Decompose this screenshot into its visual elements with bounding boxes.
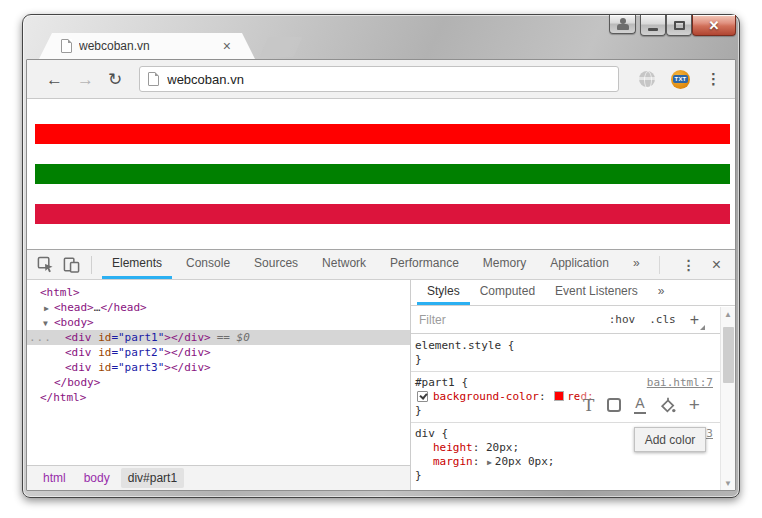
dom-row-html[interactable]: <html> — [27, 285, 410, 300]
dom-row-part3[interactable]: <div id="part3"></div> — [27, 360, 410, 375]
maximize-button[interactable] — [666, 15, 692, 36]
dom-tree: <html> ▶ <head>…</head> ▼ <body> — [27, 280, 410, 465]
expanded-arrow-icon[interactable]: ▼ — [43, 316, 48, 331]
source-link[interactable]: bai.html:7 — [647, 376, 713, 390]
property-name[interactable]: margin — [433, 455, 473, 468]
styles-scrollbar[interactable]: ▲ ▼ — [720, 307, 735, 490]
dom-row-part1-selected[interactable]: ... <div id="part1"></div>== $0 — [27, 330, 410, 345]
scrollbar-thumb[interactable] — [723, 327, 734, 383]
guide-dots: ... — [29, 330, 52, 345]
property-value[interactable]: 20px; — [486, 441, 519, 454]
tab-close-button[interactable]: × — [221, 39, 233, 53]
color-swatch[interactable] — [554, 391, 564, 401]
globe-icon[interactable] — [639, 71, 655, 87]
tab-overflow[interactable]: » — [623, 250, 650, 279]
page-div-part1 — [35, 124, 730, 144]
tab-performance[interactable]: Performance — [380, 250, 469, 279]
class-toggle[interactable]: .cls — [649, 313, 676, 326]
rectangle-tool-icon[interactable] — [607, 398, 621, 412]
browser-menu-button[interactable]: ⋮ — [698, 70, 725, 88]
person-icon — [616, 18, 630, 30]
tab-sources[interactable]: Sources — [244, 250, 308, 279]
fill-color-icon[interactable] — [659, 397, 676, 414]
tab-application[interactable]: Application — [540, 250, 619, 279]
property-checkbox[interactable] — [417, 391, 428, 402]
property-value[interactable]: 20px 0px; — [495, 455, 555, 468]
extension-badge: TXT — [673, 75, 689, 83]
breadcrumb-div-part1[interactable]: div#part1 — [121, 468, 184, 488]
dom-row-body[interactable]: ▼ <body> — [27, 315, 410, 330]
add-color-tooltip: Add color — [634, 427, 706, 452]
devtools-toolbar: Elements Console Sources Network Perform… — [27, 250, 735, 280]
colon: : — [473, 455, 480, 468]
property-name[interactable]: height — [433, 441, 473, 454]
browser-tab[interactable]: webcoban.vn × — [39, 33, 255, 59]
rule-selector[interactable]: #part1 — [415, 376, 455, 389]
brace: } — [415, 353, 422, 366]
rule-selector[interactable]: div — [415, 427, 435, 440]
tab-elements[interactable]: Elements — [102, 250, 172, 279]
tab-event-listeners[interactable]: Event Listeners — [545, 280, 648, 305]
text-color-icon[interactable]: A — [634, 396, 645, 413]
devtools-close-button[interactable]: × — [708, 256, 735, 274]
collapsed-arrow-icon[interactable]: ▶ — [44, 301, 49, 316]
tab-console[interactable]: Console — [176, 250, 240, 279]
dom-token: ="part3" — [111, 361, 164, 374]
back-button[interactable]: ← — [39, 71, 70, 88]
profile-button[interactable] — [609, 15, 636, 34]
rule-element-style: element.style { } — [411, 335, 720, 372]
dom-token: ="part2" — [111, 346, 164, 359]
tab-computed[interactable]: Computed — [470, 280, 545, 305]
browser-window: ✕ webcoban.vn × ← → ↻ TXT — [22, 14, 740, 498]
brace: } — [415, 404, 422, 417]
reload-button[interactable]: ↻ — [101, 71, 129, 88]
property-row-margin[interactable]: margin: ▶20px 0px; — [415, 455, 716, 469]
browser-content: ← → ↻ TXT ⋮ — [26, 59, 736, 491]
text-tool-icon[interactable]: T — [583, 395, 594, 415]
navigation-toolbar: ← → ↻ TXT ⋮ — [27, 60, 735, 99]
dom-row-body-close[interactable]: </body> — [27, 375, 410, 390]
minimize-icon — [648, 28, 658, 31]
page-div-part2 — [35, 164, 730, 184]
tab-network[interactable]: Network — [312, 250, 376, 279]
breadcrumb: html body div#part1 — [27, 465, 410, 490]
pseudo-state-toggle[interactable]: :hov — [609, 313, 636, 326]
extension-icon[interactable]: TXT — [671, 70, 690, 89]
dom-token: ></div> — [164, 346, 210, 359]
address-bar[interactable] — [139, 66, 619, 92]
url-input[interactable] — [167, 72, 610, 87]
property-name[interactable]: background-color — [433, 390, 539, 403]
colon: : — [539, 390, 546, 403]
new-style-rule-button[interactable]: + — [690, 312, 699, 328]
window-close-button[interactable]: ✕ — [692, 15, 736, 36]
dom-row-html-close[interactable]: </html> — [27, 390, 410, 405]
inspect-element-icon[interactable] — [37, 256, 54, 273]
styles-filter-bar: :hov .cls + — [411, 306, 735, 334]
new-tab-button[interactable] — [260, 37, 303, 57]
breadcrumb-body[interactable]: body — [77, 468, 117, 488]
styles-filter-input[interactable] — [419, 313, 595, 327]
devtools-body: <html> ▶ <head>…</head> ▼ <body> — [27, 280, 735, 490]
scroll-down-arrow[interactable]: ▼ — [724, 476, 732, 490]
devtools-panel: Elements Console Sources Network Perform… — [27, 249, 735, 490]
scroll-up-arrow[interactable]: ▲ — [724, 307, 732, 321]
dom-row-part2[interactable]: <div id="part2"></div> — [27, 345, 410, 360]
add-tool-icon[interactable]: + — [689, 394, 700, 416]
brace: } — [415, 469, 422, 482]
dom-token: ="part1" — [111, 331, 164, 344]
tab-memory[interactable]: Memory — [473, 250, 536, 279]
rule-selector[interactable]: element.style — [415, 339, 501, 352]
dom-row-head[interactable]: ▶ <head>…</head> — [27, 300, 410, 315]
dom-token: <html> — [40, 286, 80, 299]
forward-button[interactable]: → — [70, 71, 101, 88]
styles-sidebar: Styles Computed Event Listeners » :hov .… — [411, 280, 735, 490]
tab-styles[interactable]: Styles — [417, 280, 470, 305]
styles-tabs: Styles Computed Event Listeners » — [411, 280, 735, 306]
devtools-menu-button[interactable]: ⋮ — [670, 257, 708, 273]
tab-styles-overflow[interactable]: » — [648, 280, 675, 305]
page-favicon-icon — [61, 39, 72, 53]
device-toolbar-icon[interactable] — [63, 256, 80, 273]
breadcrumb-html[interactable]: html — [36, 468, 73, 488]
expand-shorthand-icon[interactable]: ▶ — [487, 456, 492, 470]
minimize-button[interactable] — [640, 15, 666, 36]
